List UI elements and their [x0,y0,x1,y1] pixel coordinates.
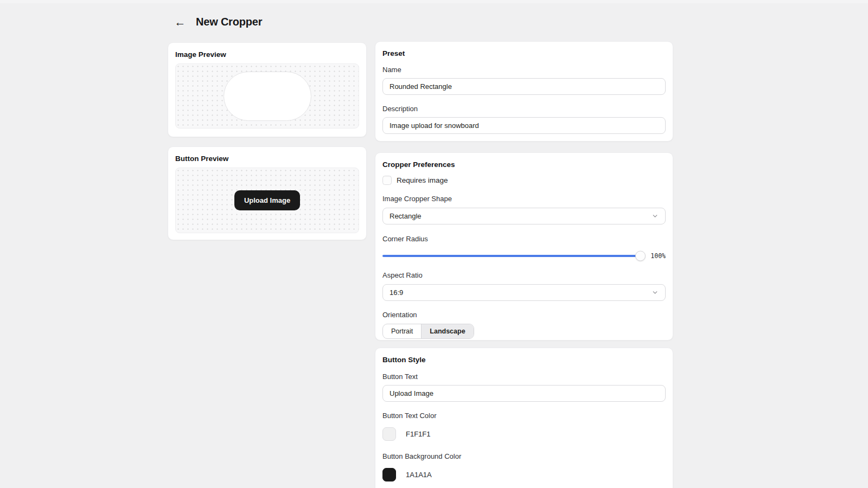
back-button[interactable]: ← [173,14,188,29]
button-preview-pane: Upload Image [175,168,359,233]
slider-thumb[interactable] [635,251,646,261]
orientation-option-portrait[interactable]: Portrait [383,324,421,338]
page-header: ← New Cropper [173,14,262,29]
name-label: Name [382,66,666,74]
corner-radius-label: Corner Radius [382,235,666,243]
aspect-ratio-select[interactable]: 16:9 [382,284,666,301]
button-text-color-label: Button Text Color [382,412,666,420]
bg-color-value: 1A1A1A [406,471,432,479]
orientation-toggle: Portrait Landscape [382,324,474,339]
corner-radius-slider-row: 100% [382,251,666,261]
top-strip [0,0,868,3]
cropper-shape-preview [224,72,311,121]
requires-image-label: Requires image [397,176,448,184]
corner-radius-slider[interactable] [382,255,641,257]
button-style-card: Button Style Button Text Button Text Col… [375,348,673,488]
requires-image-checkbox[interactable] [382,176,392,185]
orientation-label: Orientation [382,311,666,319]
preview-column: Image Preview Button Preview Upload Imag… [168,42,367,240]
description-label: Description [382,105,666,113]
cropper-shape-select[interactable]: Rectangle [382,208,666,224]
button-text-label: Button Text [382,373,666,381]
settings-column: Preset Name Description Cropper Preferen… [375,41,673,488]
button-preview-card: Button Preview Upload Image [168,146,367,240]
aspect-ratio-label: Aspect Ratio [382,271,666,279]
page-title: New Cropper [196,16,262,28]
corner-radius-value: 100% [650,252,666,260]
text-color-value: F1F1F1 [406,430,431,438]
cropper-preferences-title: Cropper Preferences [382,160,666,169]
image-preview-title: Image Preview [175,50,359,59]
chevron-down-icon [652,213,659,220]
upload-image-preview-button[interactable]: Upload Image [234,190,300,210]
text-color-swatch[interactable] [382,427,396,441]
name-input[interactable] [382,78,666,95]
preset-card: Preset Name Description [375,41,673,142]
image-preview-card: Image Preview [168,42,367,137]
button-text-input[interactable] [382,385,666,402]
chevron-down-icon [652,289,659,296]
button-text-color-row: F1F1F1 [382,427,666,441]
preset-title: Preset [382,49,666,57]
button-bg-color-label: Button Background Color [382,452,666,460]
cropper-preferences-card: Cropper Preferences Requires image Image… [375,152,673,341]
cropper-shape-label: Image Cropper Shape [382,195,666,203]
cropper-shape-value: Rectangle [390,212,422,220]
aspect-ratio-value: 16:9 [390,288,403,297]
button-bg-color-row: 1A1A1A [382,468,666,481]
button-style-title: Button Style [382,356,666,364]
image-preview-pane [175,63,359,129]
button-preview-title: Button Preview [175,155,359,163]
requires-image-row: Requires image [382,176,666,185]
orientation-option-landscape[interactable]: Landscape [421,324,473,338]
description-input[interactable] [382,117,666,134]
bg-color-swatch[interactable] [382,468,396,481]
